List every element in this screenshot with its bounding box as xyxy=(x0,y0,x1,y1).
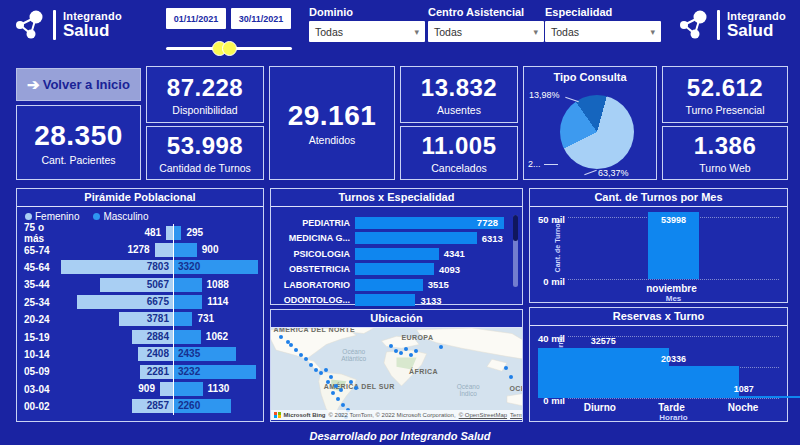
female-bar[interactable] xyxy=(160,382,173,396)
panel-title: Cant. de Turnos por Mes xyxy=(530,189,787,207)
male-cell: 731 xyxy=(174,311,258,328)
age-group-label: 00-02 xyxy=(17,401,61,412)
filter-especialidad-value: Todas xyxy=(551,26,579,38)
map-copyright: © 2022 TomTom, © 2022 Microsoft Corporat… xyxy=(329,412,456,418)
back-button-label: Volver a Inicio xyxy=(43,77,130,92)
male-bar[interactable] xyxy=(174,312,192,326)
pyramid-row: 20-243781731 xyxy=(17,311,263,328)
x-axis-title: Mes xyxy=(560,294,787,303)
kpi-card-ausentes: 13.832 Ausentes xyxy=(400,66,518,123)
kpi-card-cancelados: 11.005 Cancelados xyxy=(400,126,518,180)
especialidad-row: ODONTOLOG...3133 xyxy=(275,293,504,309)
male-cell: 2260 xyxy=(174,398,258,415)
scrollbar-thumb[interactable] xyxy=(513,215,518,241)
slider-handle-end[interactable] xyxy=(222,41,237,56)
column-bar[interactable]: 53998 xyxy=(648,212,699,279)
filter-especialidad: Especialidad Todas ▾ xyxy=(545,6,661,42)
male-bar[interactable] xyxy=(174,330,201,344)
female-value: 6675 xyxy=(147,296,169,307)
legend-label: Masculino xyxy=(103,211,148,222)
filter-centro-dropdown[interactable]: Todas ▾ xyxy=(428,21,544,42)
female-value: 1278 xyxy=(127,244,149,255)
world-map[interactable]: AMÉRICA DEL NORTE EUROPA ÁFRICA AMÉRICA … xyxy=(271,328,522,420)
panel-title: Turnos x Especialidad xyxy=(271,189,522,207)
female-cell: 481 xyxy=(61,224,174,241)
especialidad-value: 4093 xyxy=(439,264,460,275)
map-data-point xyxy=(409,353,413,357)
especialidad-value: 6313 xyxy=(482,233,503,244)
especialidad-bar[interactable] xyxy=(355,248,439,260)
filter-dominio-dropdown[interactable]: Todas ▾ xyxy=(309,21,425,42)
microsoft-logo-icon xyxy=(274,412,281,419)
kpi-value: 1.386 xyxy=(694,132,757,160)
female-cell: 2884 xyxy=(61,328,174,345)
map-data-point xyxy=(329,375,333,379)
male-bar[interactable] xyxy=(174,226,181,240)
pyramid-row: 05-0922813232 xyxy=(17,363,263,380)
y-axis: Cant. de Turnos 50 mil0 mil xyxy=(534,209,568,283)
date-to-input[interactable]: 30/11/2021 xyxy=(231,8,291,29)
map-label-africa: ÁFRICA xyxy=(409,368,438,375)
pyramid-row: 10-1424082435 xyxy=(17,346,263,363)
especialidad-value: 7728 xyxy=(477,217,498,228)
panel-title: Pirámide Poblacional xyxy=(17,189,263,207)
female-cell: 2281 xyxy=(61,363,174,380)
filter-centro-label: Centro Asistencial xyxy=(428,6,544,18)
x-category-label: Tarde xyxy=(636,402,708,413)
bar-zone: 4093 xyxy=(355,263,504,275)
openstreetmap-link[interactable]: © OpenStreetMap xyxy=(459,412,507,418)
female-cell: 2408 xyxy=(61,346,174,363)
kpi-label: Ausentes xyxy=(437,104,481,116)
especialidad-bar[interactable] xyxy=(355,232,477,244)
kpi-value: 28.350 xyxy=(34,120,123,152)
especialidad-bar[interactable] xyxy=(355,294,415,306)
kpi-card-turno-web: 1.386 Turno Web xyxy=(662,126,788,180)
especialidad-label: ODONTOLOG... xyxy=(275,295,355,305)
male-bar[interactable] xyxy=(174,295,202,309)
map-attribution: Microsoft Bing © 2022 TomTom, © 2022 Mic… xyxy=(271,410,522,420)
filter-especialidad-dropdown[interactable]: Todas ▾ xyxy=(545,21,661,42)
date-from-input[interactable]: 01/11/2021 xyxy=(166,8,226,29)
arrow-right-icon: ➔ xyxy=(27,76,40,94)
male-bar[interactable] xyxy=(174,243,197,257)
kpi-value: 87.228 xyxy=(167,74,243,102)
logo-separator xyxy=(717,10,720,40)
tipo-consulta-pie-chart[interactable] xyxy=(560,95,634,169)
pyramid-row: 35-4450671088 xyxy=(17,276,263,293)
especialidad-value: 3133 xyxy=(420,295,441,306)
female-bar[interactable] xyxy=(166,226,173,240)
kpi-value: 52.612 xyxy=(687,74,763,102)
x-axis-title: Horario xyxy=(560,413,787,422)
male-bar[interactable] xyxy=(174,278,202,292)
male-value: 900 xyxy=(202,244,219,255)
kpi-value: 13.832 xyxy=(421,74,497,102)
female-value: 7803 xyxy=(147,261,169,272)
network-logo-icon xyxy=(14,9,46,41)
scrollbar-track[interactable] xyxy=(513,215,518,287)
female-bar[interactable] xyxy=(155,243,173,257)
back-to-home-button[interactable]: ➔ Volver a Inicio xyxy=(16,68,141,101)
logo-text-bottom: Salud xyxy=(63,22,122,39)
male-value: 1088 xyxy=(207,279,229,290)
map-landmasses xyxy=(271,328,522,420)
especialidad-bar[interactable] xyxy=(355,279,423,291)
terms-link[interactable]: Terms xyxy=(510,412,522,418)
male-value: 295 xyxy=(186,227,203,238)
male-bar[interactable] xyxy=(174,382,203,396)
map-data-point xyxy=(314,368,318,372)
ubicacion-panel: Ubicación AMÉRICA DEL NORTE EUROPA ÁFRIC… xyxy=(270,309,523,422)
column-bar[interactable]: 1087 xyxy=(678,396,800,398)
map-data-point xyxy=(319,371,323,375)
gridline xyxy=(568,398,779,399)
bar-value-label: 53998 xyxy=(648,215,699,225)
kpi-card-atendidos: 29.161 Atendidos xyxy=(269,66,395,180)
especialidad-value: 4341 xyxy=(444,248,465,259)
male-value: 3320 xyxy=(178,261,200,272)
pyramid-row: 75 o más481295 xyxy=(17,224,263,241)
especialidad-bar[interactable] xyxy=(355,263,434,275)
pie-slice-label: 13,98% xyxy=(529,90,560,100)
kpi-card-cantidad-turnos: 53.998 Cantidad de Turnos xyxy=(146,126,264,180)
map-brand: Microsoft Bing xyxy=(284,412,326,418)
pyramid-row: 65-741278900 xyxy=(17,241,263,258)
especialidad-row: OBSTETRICIA4093 xyxy=(275,262,504,278)
